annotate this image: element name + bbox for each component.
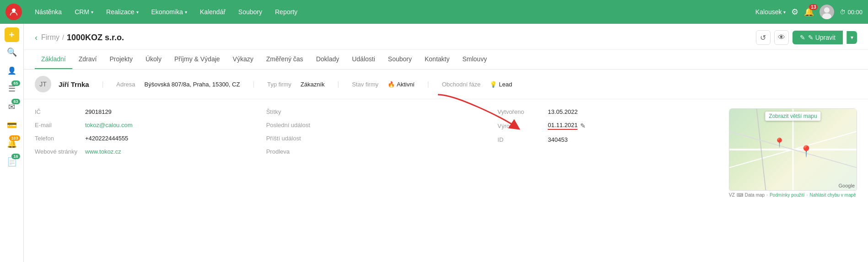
id-label: ID	[497, 136, 548, 143]
field-stitky: Štítky	[266, 108, 489, 115]
sidebar-documents[interactable]: 📄 16	[4, 154, 20, 170]
address-value: Býšovská 807/8a, Praha, 15300, CZ	[145, 81, 240, 88]
breadcrumb-separator: /	[62, 34, 64, 41]
tasks-badge: 65	[11, 80, 20, 86]
map-marker-orange: 📍	[774, 137, 785, 148]
billing-icon: 💳	[7, 120, 17, 130]
tab-zdravi[interactable]: Zdraví	[72, 50, 103, 69]
address-label: Adresa	[116, 81, 135, 88]
nav-soubory[interactable]: Soubory	[233, 5, 268, 18]
messages-badge: 63	[11, 99, 20, 104]
stitky-label: Štítky	[266, 108, 317, 115]
tab-soubory[interactable]: Soubory	[382, 50, 418, 69]
phase-icon: 💡	[490, 81, 497, 88]
tab-doklady[interactable]: Doklady	[310, 50, 346, 69]
phone-value: +420222444555	[85, 135, 128, 142]
tab-ukoly[interactable]: Úkoly	[139, 50, 168, 69]
notifications-badge: 103	[9, 135, 20, 141]
vyroci-edit-icon[interactable]: ✎	[580, 122, 586, 129]
nav-reporty[interactable]: Reporty	[270, 5, 303, 18]
tab-kontakty[interactable]: Kontakty	[418, 50, 456, 69]
company-person-name: Jiří Trnka	[59, 80, 89, 88]
person-icon: 👤	[7, 66, 16, 75]
edit-caret-button[interactable]: ▾	[846, 31, 857, 44]
tab-prijmy-vydaje[interactable]: Příjmy & Výdaje	[168, 50, 226, 69]
field-phone: Telefon +420222444555	[35, 135, 257, 142]
type-label: Typ firmy	[267, 81, 291, 88]
history-button[interactable]: ↺	[756, 30, 771, 45]
breadcrumb-parent[interactable]: Firmy	[41, 33, 59, 42]
email-value[interactable]: tokoz@calou.com	[85, 122, 133, 128]
phone-label: Telefon	[35, 135, 85, 142]
nav-right: Kalousek ▾ ⚙ 🔔 13 ⏱00:00	[755, 5, 863, 19]
gear-icon[interactable]: ⚙	[791, 7, 798, 17]
vyroci-value: 01.11.2021	[548, 122, 577, 130]
svg-point-2	[824, 7, 830, 13]
field-ic: IČ 29018129	[35, 108, 257, 115]
vytvoreno-value: 13.05.2022	[548, 108, 577, 115]
sidebar: + 🔍 👤 ☰ 65 ✉ 63 💳 🔔 103 📄 16	[0, 24, 24, 262]
nav-nastenkа[interactable]: Nástěnka	[29, 5, 67, 18]
sidebar-notifications[interactable]: 🔔 103	[4, 135, 20, 152]
timer[interactable]: ⏱00:00	[840, 9, 863, 16]
tab-projekty[interactable]: Projekty	[103, 50, 139, 69]
view-button[interactable]: 👁	[774, 30, 789, 45]
tab-vykazy[interactable]: Výkazy	[226, 50, 260, 69]
vytvoreno-label: Vytvořeno	[497, 108, 548, 115]
field-pristi-udalost: Příští událost	[266, 135, 489, 142]
map-show-larger[interactable]: Zobrazit větší mapu	[765, 112, 820, 121]
tab-zmereny-cas[interactable]: Změřený čas	[260, 50, 310, 69]
avatar[interactable]	[819, 5, 834, 19]
app-logo[interactable]	[5, 4, 22, 20]
nav-realizace[interactable]: Realizace▾	[101, 5, 144, 18]
tab-udalosti[interactable]: Události	[345, 50, 382, 69]
field-email: E-mail tokoz@calou.com	[35, 122, 257, 128]
sidebar-billing[interactable]: 💳	[4, 117, 20, 134]
top-navigation: Nástěnka CRM▾ Realizace▾ Ekonomika▾ Kale…	[0, 0, 868, 24]
field-posledni-udalost: Poslední událost	[266, 122, 489, 128]
status-icon: 🔥	[388, 81, 395, 88]
ic-value: 29018129	[85, 108, 112, 115]
posledni-udalost-label: Poslední událost	[266, 122, 317, 128]
nav-kalendar[interactable]: Kalendář	[194, 5, 231, 18]
phase-value: Lead	[499, 81, 512, 88]
notification-badge: 13	[809, 4, 818, 10]
ic-label: IČ	[35, 108, 85, 115]
sidebar-search[interactable]: 🔍	[4, 44, 20, 60]
tabs: Základní Zdraví Projekty Úkoly Příjmy & …	[24, 50, 868, 70]
nav-ekonomika[interactable]: Ekonomika▾	[146, 5, 193, 18]
notification-bell[interactable]: 🔔 13	[804, 7, 814, 17]
nav-user-menu[interactable]: Kalousek ▾	[755, 8, 786, 16]
sidebar-messages[interactable]: ✉ 63	[4, 99, 20, 115]
main-content: ‹ Firmy / 1000KOZ s.r.o. ↺ 👁 ✎ ✎ Upravit…	[24, 24, 868, 262]
nav-crm[interactable]: CRM▾	[69, 5, 99, 18]
google-logo: Google	[839, 183, 855, 188]
tab-smlouvy[interactable]: Smlouvy	[456, 50, 493, 69]
company-header: JT Jiří Trnka | Adresa Býšovská 807/8a, …	[24, 70, 868, 99]
email-label: E-mail	[35, 122, 85, 128]
tab-zakladni[interactable]: Základní	[35, 50, 72, 69]
sidebar-profile[interactable]: 👤	[4, 62, 20, 79]
status-value: Aktivní	[397, 81, 415, 88]
breadcrumb-actions: ↺ 👁 ✎ ✎ Upravit ▾	[756, 30, 857, 45]
search-icon: 🔍	[7, 47, 17, 57]
web-value[interactable]: www.tokoz.cz	[85, 148, 121, 155]
back-button[interactable]: ‹	[35, 33, 38, 43]
map-pin: 📍	[799, 145, 813, 158]
edit-button[interactable]: ✎ ✎ Upravit	[793, 31, 843, 44]
phase-label: Obchodní fáze	[442, 81, 481, 88]
field-web: Webové stránky www.tokoz.cz	[35, 148, 257, 155]
breadcrumb-current: 1000KOZ s.r.o.	[67, 33, 124, 43]
field-id: ID 340453	[497, 136, 720, 143]
details-mid: Štítky Poslední událost Příští událost P…	[266, 108, 489, 198]
add-button[interactable]: +	[5, 27, 19, 42]
details-map: Zobrazit větší mapu 📍 📍 Google VZ ⌨ Data…	[729, 108, 857, 198]
vyroci-label: Výročí	[497, 123, 548, 129]
documents-badge: 16	[11, 154, 20, 159]
status-chip: 🔥 Aktivní	[388, 81, 415, 88]
pristi-udalost-label: Příští událost	[266, 135, 317, 142]
sidebar-tasks[interactable]: ☰ 65	[4, 80, 20, 97]
details-right: Vytvořeno 13.05.2022 Výročí 01.11.2021 ✎…	[497, 108, 720, 198]
prodleva-label: Prodleva	[266, 148, 317, 155]
phase-chip: 💡 Lead	[490, 81, 512, 88]
